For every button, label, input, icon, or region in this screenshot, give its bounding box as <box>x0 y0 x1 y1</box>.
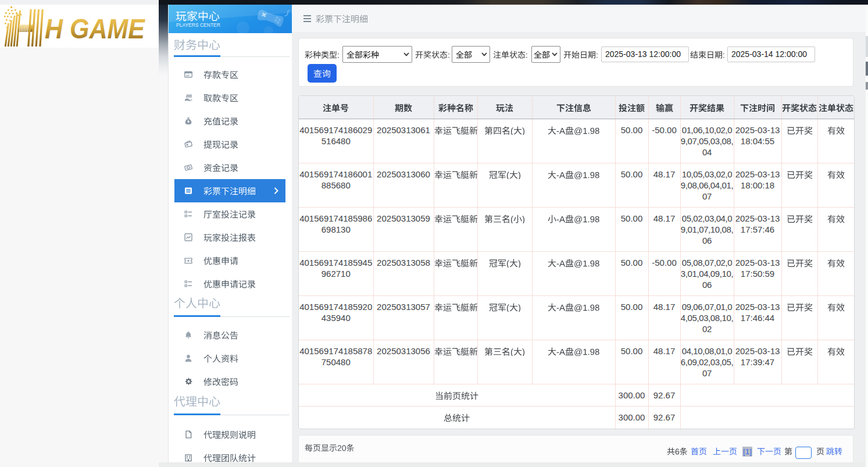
svg-text:H GAME: H GAME <box>45 13 146 44</box>
